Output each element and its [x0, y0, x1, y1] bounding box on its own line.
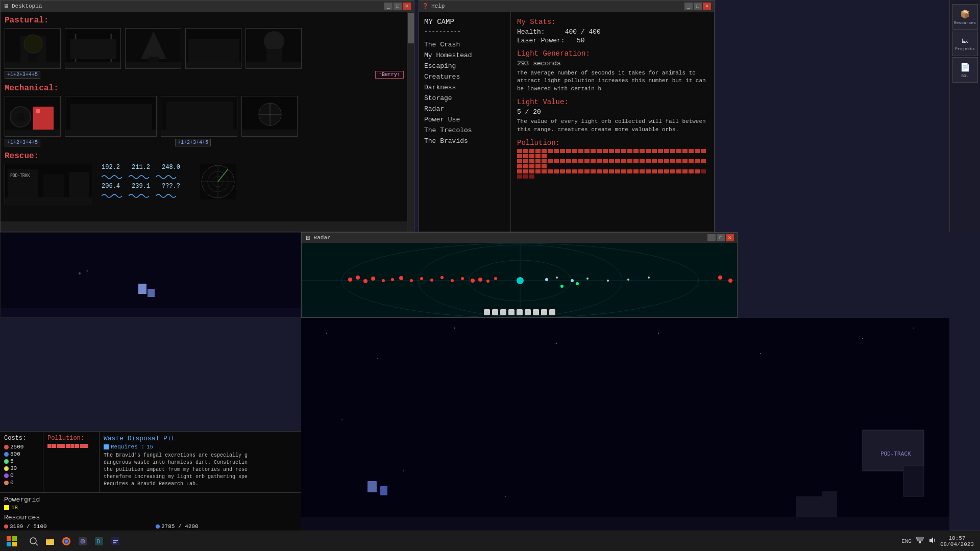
resources-sidebar-item-projects[interactable]: 🗂 Projects	[952, 31, 978, 56]
radar-page-7[interactable]	[533, 309, 539, 315]
powergrid-value: 18	[11, 505, 18, 511]
minimize-button[interactable]: _	[384, 3, 393, 10]
help-menu-bravids[interactable]: The Bravids	[424, 136, 505, 146]
berry-badge[interactable]: ↑Berry↑	[375, 71, 404, 79]
cost-val-1: 2500	[10, 444, 23, 450]
radar-page-6[interactable]	[525, 309, 531, 315]
left-viewport	[0, 232, 301, 318]
help-menu-escaping[interactable]: Escaping	[424, 61, 505, 71]
stat-4: 206.4	[102, 183, 130, 190]
radar-page-2[interactable]	[492, 309, 498, 315]
res-icon-2	[156, 524, 160, 529]
radar-main-area	[302, 243, 737, 317]
cost-val-3: 5	[10, 458, 14, 464]
pastural-thumb-3[interactable]	[125, 28, 181, 69]
help-pollution-title: Pollution:	[517, 139, 708, 147]
radar-titlebar[interactable]: 🖥 Radar _ □ ✕	[302, 233, 737, 243]
svg-rect-122	[46, 539, 50, 540]
scrollbar-thumb[interactable]	[408, 13, 414, 43]
taskbar-volume-icon	[928, 536, 936, 546]
mechanical-thumb-3[interactable]	[161, 96, 237, 137]
laser-value: 50	[577, 37, 585, 44]
taskbar-game-icon-1[interactable]	[77, 535, 89, 547]
pastural-thumb-5[interactable]	[246, 28, 302, 69]
mechanical-badge-2[interactable]: +1+2+3+4+5	[175, 139, 211, 146]
radar-page-9[interactable]	[549, 309, 555, 315]
help-minimize-button[interactable]: _	[684, 3, 693, 10]
help-menu-darkness[interactable]: Darkness	[424, 82, 505, 93]
help-menu-power[interactable]: Power Use	[424, 114, 505, 125]
taskbar-app-icon[interactable]	[109, 535, 121, 547]
desktopia-window-controls: _ □ ✕	[384, 3, 411, 10]
powergrid-row: 18	[4, 505, 297, 511]
radar-page-3[interactable]	[500, 309, 506, 315]
help-titlebar[interactable]: ❓ Help _ □ ✕	[419, 1, 714, 12]
taskbar-search-icon[interactable]	[28, 535, 40, 547]
svg-rect-15	[188, 39, 239, 64]
help-menu-radar[interactable]: Radar	[424, 104, 505, 114]
wave-icons-2	[102, 192, 190, 199]
help-sidebar-divider: ----------	[424, 28, 505, 35]
svg-rect-37	[242, 130, 298, 137]
taskbar-firefox-icon[interactable]	[60, 535, 72, 547]
radar-page-1[interactable]	[484, 309, 490, 315]
help-menu-trecolos[interactable]: The Trecolos	[424, 125, 505, 136]
help-menu-homestead[interactable]: My Homestead	[424, 50, 505, 61]
projects-label: Projects	[955, 46, 974, 51]
mechanical-thumb-1[interactable]	[5, 96, 61, 137]
svg-point-90	[556, 343, 557, 344]
pollution-row-1	[517, 149, 708, 158]
radar-minimize-btn[interactable]: _	[707, 234, 716, 241]
help-menu-crash[interactable]: The Crash	[424, 39, 505, 50]
pastural-thumb-2[interactable]	[65, 28, 121, 69]
help-lightgen-title: Light Generation:	[517, 49, 708, 58]
resource-row-1: 3189 / 5100	[4, 523, 145, 530]
game-scroll-area[interactable]: Pastural:	[1, 12, 408, 233]
svg-point-3	[24, 35, 42, 53]
waste-requires: Requires : 15	[104, 444, 297, 450]
svg-rect-86	[301, 318, 949, 531]
svg-rect-99	[380, 486, 387, 495]
radar-page-8[interactable]	[541, 309, 547, 315]
svg-point-57	[517, 277, 524, 284]
svg-point-75	[545, 278, 548, 281]
svg-text:POD-TRACK: POD-TRACK	[880, 450, 911, 457]
mechanical-badge-1[interactable]: +1+2+3+4+5	[5, 139, 40, 146]
rescue-thumb[interactable]: POD-TRKK	[5, 164, 91, 205]
help-close-button[interactable]: ✕	[703, 3, 711, 10]
desktopia-titlebar[interactable]: 🖥 Desktopia _ □ ✕	[1, 1, 414, 12]
svg-point-95	[341, 419, 342, 420]
help-menu-storage[interactable]: Storage	[424, 93, 505, 104]
taskbar-game-icon-2[interactable]: D	[93, 535, 105, 547]
pollution-bars	[517, 149, 708, 179]
help-menu-creatures[interactable]: Creatures	[424, 71, 505, 82]
mechanical-thumb-4[interactable]	[241, 96, 298, 137]
svg-rect-133	[919, 541, 921, 543]
pollution-row-2	[517, 159, 708, 168]
help-maximize-button[interactable]: □	[694, 3, 702, 10]
power-icon	[4, 505, 9, 510]
mechanical-thumb-2[interactable]	[65, 96, 157, 137]
pastural-thumb-4[interactable]	[185, 28, 241, 69]
radar-page-4[interactable]	[508, 309, 514, 315]
cost-val-4: 30	[10, 465, 17, 471]
svg-point-77	[571, 279, 574, 282]
game-world-svg: POD-TRACK	[301, 318, 949, 531]
pastural-badge[interactable]: +1+2+3+4+5	[5, 71, 40, 79]
start-button[interactable]	[4, 534, 19, 549]
rescue-row: POD-TRKK 192.2 211.2 248.0	[5, 164, 404, 205]
help-sidebar: MY CAMP ---------- The Crash My Homestea…	[419, 12, 511, 232]
main-scrollbar[interactable]	[407, 12, 414, 232]
pastural-thumb-1[interactable]	[5, 28, 61, 69]
radar-close-btn[interactable]: ✕	[726, 234, 734, 241]
taskbar-explorer-icon[interactable]	[44, 535, 56, 547]
maximize-button[interactable]: □	[394, 3, 402, 10]
resources-sidebar-item-bol[interactable]: 📄 BOL	[952, 57, 978, 83]
waste-icon	[104, 444, 109, 449]
resources-sidebar: 📦 Resources 🗂 Projects 📄 BOL	[949, 0, 980, 232]
resources-sidebar-item-resources[interactable]: 📦 Resources	[952, 4, 978, 30]
pastural-images	[5, 28, 404, 69]
radar-page-5[interactable]	[517, 309, 523, 315]
radar-maximize-btn[interactable]: □	[717, 234, 725, 241]
close-button[interactable]: ✕	[403, 3, 411, 10]
